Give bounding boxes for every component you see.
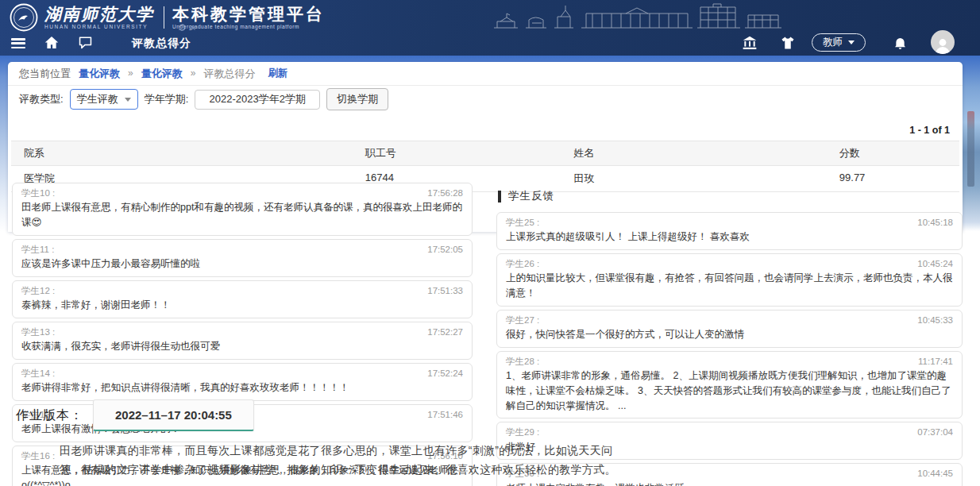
tab-close-icon[interactable]: × (191, 24, 195, 32)
comment-card: 学生11 : 17:52:05 应该是许多课中压力最小最容易听懂的啦 (12, 239, 473, 277)
breadcrumb-separator: » (128, 62, 133, 85)
switch-term-button[interactable]: 切换学期 (326, 88, 388, 110)
comment-author: 学生29 : (506, 426, 539, 439)
title-bar-marker (498, 191, 501, 202)
comment-author: 学生16 : (21, 449, 55, 463)
comment-author: 学生12 : (21, 284, 55, 298)
comment-time: 11:17:41 (918, 355, 953, 368)
comment-time: 17:52:05 (427, 243, 463, 256)
brand-divider (164, 6, 164, 29)
table-header-cell: 姓名 (561, 141, 827, 166)
student-feedback-title-text: 学生反馈 (508, 189, 554, 203)
comment-time: 10:45:33 (917, 314, 953, 327)
breadcrumb-separator: » (191, 62, 196, 85)
filter-bar: 评教类型: 学生评教 学年学期: 切换学期 (8, 86, 963, 113)
comment-text: 老师上课内容非常有趣，课堂也非常活跃 (506, 481, 953, 486)
pagination-info: 1 - 1 of 1 (8, 113, 963, 141)
university-name-en: HUNAN NORMAL UNIVERSITY (44, 24, 154, 29)
summary-comment-text: 田老师讲课真的非常棒，而且每次上课都感觉是花了很多心思的，课堂上也有许多“刺激”… (60, 442, 619, 479)
university-seal-icon (10, 3, 38, 32)
campus-skyline-illustration (492, 2, 786, 31)
comment-text: 老师讲得非常好，把知识点讲得很清晰，我真的好喜欢玫玫老师！！！！！ (21, 380, 463, 395)
table-header-cell: 职工号 (353, 141, 561, 166)
table-header-cell: 分数 (827, 141, 959, 166)
comment-time: 17:52:24 (427, 367, 463, 380)
evaluation-type-label: 评教类型: (19, 92, 64, 106)
guide-message-icon[interactable] (78, 36, 93, 49)
shirt-icon[interactable] (780, 35, 796, 51)
tab-controls: × (178, 23, 195, 32)
comment-time: 17:52:27 (427, 326, 463, 339)
comment-card: 学生26 : 10:45:24 上的知识量比较大，但课堂很有趣，有抢答，有回答问… (496, 253, 963, 307)
student-feedback-title: 学生反馈 (498, 189, 963, 203)
table-header-row: 院系职工号姓名分数 (11, 141, 959, 166)
comment-text: 很好，快问快答是一个很好的方式，可以让人变的激情 (506, 327, 953, 342)
comment-card: 学生25 : 10:45:18 上课形式真的超级吸引人！ 上课上得超级好！ 喜欢… (496, 212, 963, 250)
comment-text: 应该是许多课中压力最小最容易听懂的啦 (21, 256, 463, 272)
breadcrumb: 您当前位置 量化评教 » 量化评教 » 评教总得分 刷新 (8, 62, 963, 86)
breadcrumb-prefix: 您当前位置 (19, 62, 71, 85)
app-header: 湖南师范大学 HUNAN NORMAL UNIVERSITY 本科教学管理平台 … (0, 0, 980, 56)
menu-hamburger-icon[interactable] (11, 38, 25, 48)
comment-card: 学生14 : 17:52:24 老师讲得非常好，把知识点讲得很清晰，我真的好喜欢… (12, 363, 473, 401)
comment-text: 上的知识量比较大，但课堂很有趣，有抢答，有回答问题，也会请同学上去演示，老师也负… (506, 271, 953, 301)
user-avatar[interactable] (931, 30, 955, 54)
comment-time: 10:44:45 (917, 467, 953, 480)
background-photo-strip (963, 56, 980, 231)
role-label: 教师 (823, 36, 843, 49)
comment-text: 1、老师讲课非常的形象，通俗易懂。 2、上课期间视频播放既方便我们理解知识，也增… (506, 368, 953, 413)
breadcrumb-link-2[interactable]: 量化评教 (141, 62, 183, 85)
refresh-link[interactable]: 刷新 (268, 62, 287, 85)
comment-author: 学生11 : (21, 243, 54, 256)
comment-time: 07:37:04 (917, 426, 953, 439)
homework-version-label: 作业版本： (16, 407, 83, 424)
comment-time: 17:56:28 (427, 187, 463, 200)
homework-version-row: 作业版本： 2022–11–17 20:04:55 (16, 399, 254, 431)
comment-card: 学生27 : 10:45:33 很好，快问快答是一个很好的方式，可以让人变的激情 (496, 310, 963, 348)
comment-author: 学生28 : (506, 355, 539, 368)
evaluation-type-value: 学生评教 (77, 92, 118, 106)
comments-left-column: 学生10 : 17:56:28 田老师上课很有意思，有精心制作的ppt和有趣的视… (12, 183, 473, 486)
background-tower-photo (967, 111, 974, 187)
university-name-cn: 湖南师范大学 (44, 6, 154, 23)
page: 湖南师范大学 HUNAN NORMAL UNIVERSITY 本科教学管理平台 … (0, 0, 980, 486)
breadcrumb-current: 评教总得分 (203, 62, 255, 85)
tab-refresh-icon[interactable] (178, 23, 187, 32)
comment-time: 17:51:33 (427, 284, 463, 298)
comment-card: 学生12 : 17:51:33 泰裤辣，非常好，谢谢田老师！！ (12, 280, 473, 318)
comment-card: 学生28 : 11:17:41 1、老师讲课非常的形象，通俗易懂。 2、上课期间… (496, 351, 963, 419)
institution-building-icon[interactable] (742, 35, 758, 51)
comment-author: 学生26 : (506, 257, 539, 271)
chevron-down-icon (848, 40, 855, 44)
brand: 湖南师范大学 HUNAN NORMAL UNIVERSITY 本科教学管理平台 … (10, 3, 325, 32)
table-header-cell: 院系 (11, 141, 353, 166)
comment-author: 学生14 : (21, 367, 55, 380)
evaluation-type-select[interactable]: 学生评教 (70, 89, 138, 110)
comment-text: 上课形式真的超级吸引人！ 上课上得超级好！ 喜欢喜欢 (506, 230, 953, 245)
comment-card: 学生13 : 17:52:27 收获满满，很充实，老师讲得很生动也很可爱 (12, 322, 473, 360)
comment-author: 学生10 : (21, 187, 55, 200)
chevron-down-icon (125, 98, 131, 102)
tab-evaluation-total-score[interactable]: 评教总得分 (132, 37, 191, 51)
term-input[interactable] (195, 90, 320, 110)
comment-time: 10:45:24 (917, 257, 953, 271)
comment-text: 泰裤辣，非常好，谢谢田老师！！ (21, 298, 463, 313)
comment-author: 学生27 : (506, 314, 539, 327)
role-selector[interactable]: 教师 (812, 33, 866, 52)
notifications-bell-icon[interactable] (893, 35, 908, 51)
term-label: 学年学期: (145, 92, 189, 106)
university-name-block: 湖南师范大学 HUNAN NORMAL UNIVERSITY (44, 6, 154, 29)
platform-name-cn: 本科教学管理平台 (172, 6, 325, 23)
breadcrumb-link-1[interactable]: 量化评教 (79, 62, 120, 85)
comment-author: 学生13 : (21, 326, 55, 339)
person-icon (933, 37, 952, 54)
comment-text: 收获满满，很充实，老师讲得很生动也很可爱 (21, 339, 463, 354)
comment-author: 学生25 : (506, 216, 539, 230)
comment-time: 17:51:46 (427, 408, 463, 422)
comment-card: 学生10 : 17:56:28 田老师上课很有意思，有精心制作的ppt和有趣的视… (12, 183, 473, 236)
home-icon[interactable] (44, 36, 59, 49)
comment-time: 10:45:18 (917, 216, 953, 230)
comment-text: 田老师上课很有意思，有精心制作的ppt和有趣的视频，还有老师认真备的课，真的很喜… (21, 200, 463, 230)
homework-version-value: 2022–11–17 20:04:55 (93, 399, 254, 431)
